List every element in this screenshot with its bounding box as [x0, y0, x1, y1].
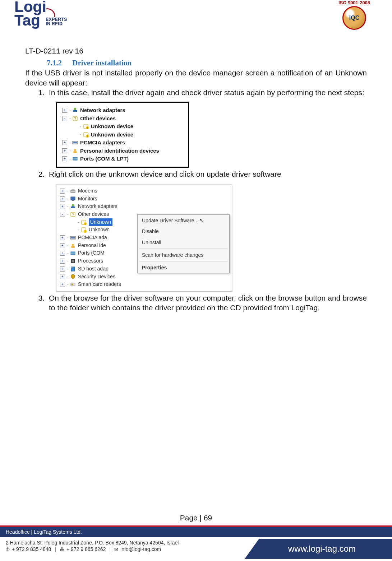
logo-tagline-2: IN RFID [46, 21, 63, 26]
tree-item[interactable]: +·Network adapters [62, 106, 183, 115]
tree-connector: ·· [77, 218, 79, 226]
tree-item[interactable]: ··Unknown device [62, 131, 183, 139]
menu-item[interactable]: Scan for hardware changes [138, 250, 229, 260]
tree-item[interactable]: +·Personal identification devices [62, 147, 183, 155]
unknown-icon [83, 124, 89, 129]
expand-icon[interactable]: + [60, 243, 65, 248]
tree-item[interactable]: -·Other devices [62, 115, 183, 123]
expand-icon[interactable]: + [60, 282, 65, 287]
context-menu: Update Driver Software...↖DisableUninsta… [137, 214, 230, 273]
smart-icon [70, 282, 76, 287]
email-icon: ✉ [114, 547, 118, 552]
footer-url: www.logi-tag.com [288, 544, 356, 554]
menu-item[interactable]: Properties [138, 262, 229, 273]
tree-item-label: Unknown device [91, 131, 133, 139]
modem-icon [70, 188, 76, 194]
tree-item[interactable]: +·Ports (COM & LPT) [62, 155, 183, 163]
footer-headoffice: Headoffice | LogiTag Systems Ltd. [6, 529, 82, 535]
tree-item[interactable]: +·Security Devices [60, 273, 232, 281]
expand-icon[interactable]: + [62, 148, 67, 153]
tree-item-label: Modems [78, 187, 97, 195]
collapse-icon[interactable]: - [60, 212, 65, 217]
logitag-logo: Logi Tag EXPERTS IN RFID [14, 0, 67, 27]
tree-item[interactable]: +·PCMCIA adapters [62, 139, 183, 147]
expand-icon[interactable]: + [60, 189, 65, 194]
unknown-icon [81, 227, 87, 233]
tree-item-label: Processors [78, 257, 103, 265]
expand-icon[interactable]: + [62, 140, 67, 145]
other-icon [70, 212, 76, 217]
sec-icon [70, 274, 76, 279]
other-icon [72, 116, 78, 121]
tree-item-label: Ports (COM [78, 249, 105, 257]
step-1-text: In this case, install the driver again a… [49, 88, 364, 97]
tree-connector: · [67, 257, 68, 265]
step-2-text: Right click on the unknown device and cl… [49, 170, 281, 178]
tree-item-label: Other devices [78, 210, 109, 218]
device-manager-screenshot-2: +·Modems+·Monitors+·Network adapters-·Ot… [56, 185, 232, 292]
cursor-icon: ↖ [199, 217, 204, 223]
menu-item[interactable]: Uninstall [138, 237, 229, 248]
tree-connector: · [67, 249, 68, 257]
net-icon [70, 204, 76, 209]
tree-item-label: Ports (COM & LPT) [80, 155, 129, 163]
collapse-icon[interactable]: - [62, 116, 67, 121]
ports-icon [70, 250, 76, 256]
expand-icon[interactable]: + [60, 266, 65, 272]
tree-item-label: PCMCIA ada [78, 234, 107, 242]
expand-icon[interactable]: + [60, 251, 65, 256]
tree-connector: · [67, 280, 68, 288]
tree-item[interactable]: +·Monitors [60, 195, 232, 203]
tree-connector: · [67, 273, 68, 281]
tree-item-label: Network adapters [80, 106, 125, 115]
tree-connector: · [67, 195, 68, 203]
menu-item[interactable]: Disable [138, 226, 229, 237]
menu-item[interactable]: Update Driver Software...↖ [138, 215, 229, 226]
no-expand-icon [73, 133, 77, 137]
iso-badge: ISO 9001:2008 IQC [335, 0, 374, 30]
document-id: LT-D-0211 rev 16 [25, 47, 392, 55]
expand-icon[interactable]: + [62, 108, 67, 113]
tree-item-label: Unknown [89, 226, 110, 234]
pcmcia-icon [70, 235, 76, 241]
tree-connector: · [67, 210, 68, 218]
sd-icon [70, 266, 76, 272]
tree-connector: · [69, 139, 70, 147]
tree-item[interactable]: ··Unknown device [62, 122, 183, 131]
tree-item[interactable]: +·Modems [60, 187, 232, 195]
expand-icon[interactable]: + [60, 274, 65, 279]
tree-item-label: Smart card readers [78, 280, 121, 288]
footer-url-badge: www.logi-tag.com [245, 539, 392, 559]
step-2: Right click on the unknown device and cl… [47, 169, 367, 292]
menu-separator [139, 261, 228, 261]
iso-arch-text: ISO 9001:2008 [335, 0, 374, 5]
tree-connector: · [67, 187, 68, 195]
step-list: In this case, install the driver again a… [25, 88, 367, 313]
tree-connector: · [67, 234, 68, 242]
fax-icon: 🖶 [60, 547, 64, 552]
section-intro: If the USB driver is not installed prope… [25, 68, 367, 88]
no-expand-icon [71, 220, 75, 224]
tree-item[interactable]: +·Smart card readers [60, 280, 232, 288]
expand-icon[interactable]: + [60, 235, 65, 240]
tree-item[interactable]: +·Network adapters [60, 203, 232, 210]
phone-icon: ✆ [6, 547, 10, 552]
expand-icon[interactable]: + [62, 156, 67, 161]
tree-connector: · [69, 155, 70, 163]
tree-connector: · [67, 242, 68, 250]
tree-connector: · [67, 203, 68, 210]
footer-email: info@logi-tag.com [120, 546, 161, 552]
tree-item-label: Unknown device [91, 122, 133, 131]
expand-icon[interactable]: + [60, 196, 65, 201]
footer-fax: + 972 9 865 6262 [66, 546, 106, 552]
iqc-seal-icon: IQC [342, 6, 366, 30]
tree-connector: · [69, 115, 70, 122]
no-expand-icon [73, 124, 77, 129]
page-number: Page | 69 [0, 514, 392, 522]
expand-icon[interactable]: + [60, 259, 65, 264]
footer-head-strip: Headoffice | LogiTag Systems Ltd. [0, 527, 392, 537]
tree-item-label: Other devices [80, 115, 116, 123]
expand-icon[interactable]: + [60, 204, 65, 209]
step-1: In this case, install the driver again a… [47, 88, 367, 168]
tree-item-label: PCMCIA adapters [80, 139, 125, 147]
